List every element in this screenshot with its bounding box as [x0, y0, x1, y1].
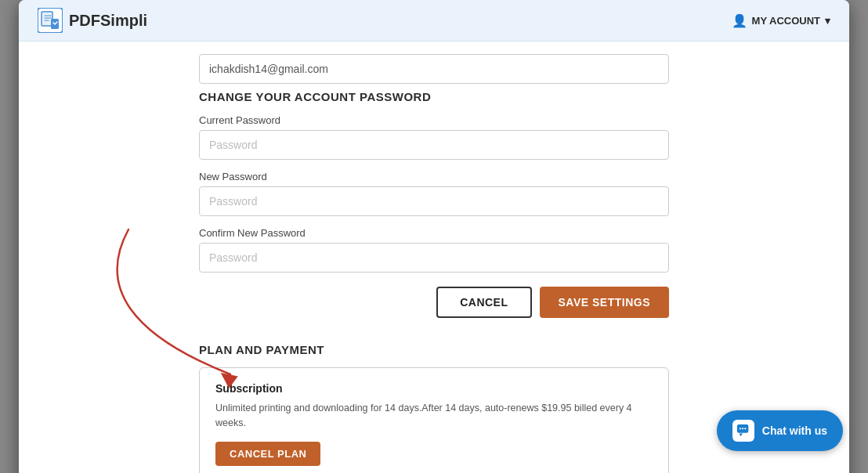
change-password-title: CHANGE YOUR ACCOUNT PASSWORD: [199, 90, 669, 103]
new-password-label: New Password: [199, 171, 669, 182]
confirm-password-label: Confirm New Password: [199, 227, 669, 239]
subscription-description: Unlimited printing and downloading for 1…: [215, 401, 653, 431]
logo-icon: [38, 8, 63, 33]
confirm-password-group: Confirm New Password: [199, 227, 669, 273]
my-account-menu[interactable]: 👤 MY ACCOUNT ▾: [732, 13, 830, 28]
password-button-row: CANCEL SAVE SETTINGS: [199, 287, 669, 318]
email-section: [199, 42, 669, 90]
new-password-input[interactable]: [199, 186, 669, 216]
new-password-group: New Password: [199, 171, 669, 216]
confirm-password-input[interactable]: [199, 243, 669, 273]
save-settings-button[interactable]: SAVE SETTINGS: [540, 287, 669, 318]
main-content: CHANGE YOUR ACCOUNT PASSWORD Current Pas…: [19, 42, 849, 473]
chevron-down-icon: ▾: [825, 15, 830, 27]
svg-point-5: [740, 428, 741, 429]
change-password-section: CHANGE YOUR ACCOUNT PASSWORD Current Pas…: [199, 90, 669, 330]
cancel-plan-button[interactable]: CANCEL PLAN: [215, 442, 320, 466]
plan-payment-section: PLAN AND PAYMENT Subscription Unlimited …: [199, 330, 669, 473]
user-icon: 👤: [732, 13, 747, 28]
my-account-label: MY ACCOUNT: [752, 15, 820, 27]
subscription-title: Subscription: [215, 382, 653, 395]
current-password-group: Current Password: [199, 114, 669, 160]
chat-label: Chat with us: [762, 424, 827, 437]
svg-point-6: [742, 428, 743, 429]
plan-card: Subscription Unlimited printing and down…: [199, 367, 669, 473]
current-password-label: Current Password: [199, 114, 669, 126]
logo-area: PDFSimpli: [38, 8, 147, 33]
site-header: PDFSimpli 👤 MY ACCOUNT ▾: [19, 0, 849, 42]
chat-icon: [732, 420, 754, 442]
logo-text: PDFSimpli: [69, 12, 147, 30]
svg-point-7: [744, 428, 746, 429]
cancel-button[interactable]: CANCEL: [436, 287, 531, 318]
email-input[interactable]: [199, 54, 669, 84]
chat-button[interactable]: Chat with us: [717, 410, 843, 451]
current-password-input[interactable]: [199, 130, 669, 160]
plan-payment-title: PLAN AND PAYMENT: [199, 343, 669, 356]
svg-rect-1: [42, 12, 52, 26]
